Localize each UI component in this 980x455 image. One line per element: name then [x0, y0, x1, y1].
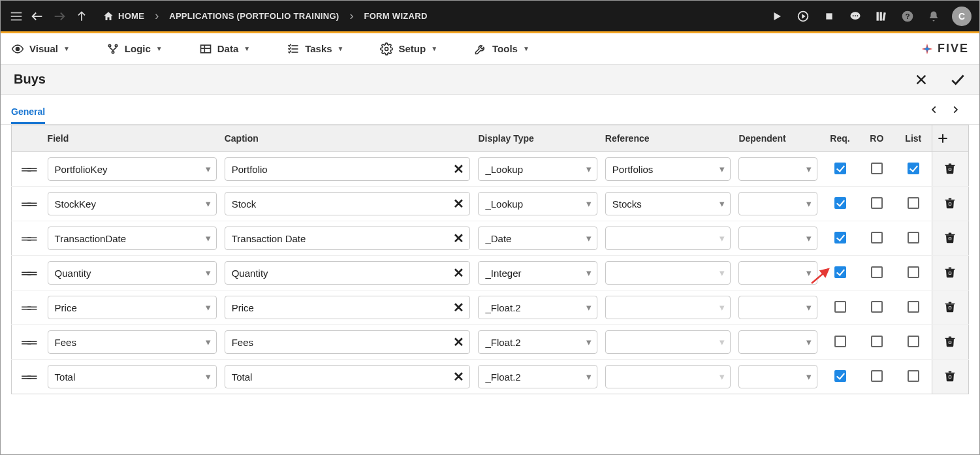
ro-checkbox[interactable] [871, 232, 883, 243]
caption-input[interactable]: Fees✕ [225, 330, 471, 354]
list-checkbox[interactable] [908, 197, 919, 209]
field-select[interactable]: Quantity▾ [48, 261, 217, 285]
clear-icon[interactable]: ✕ [453, 196, 464, 212]
ro-checkbox[interactable] [871, 370, 883, 382]
list-checkbox[interactable] [908, 163, 919, 174]
reference-select[interactable]: ▾ [605, 227, 731, 250]
reference-select[interactable]: Portfolios▾ [605, 157, 731, 181]
dependent-select[interactable]: ▾ [738, 192, 817, 215]
field-select[interactable]: StockKey▾ [48, 192, 217, 215]
caption-input[interactable]: Quantity✕ [225, 261, 471, 285]
ro-checkbox[interactable] [871, 163, 883, 174]
dependent-select[interactable]: ▾ [738, 330, 817, 354]
drag-handle-icon[interactable]: ══ [22, 335, 33, 349]
req-checkbox[interactable] [834, 266, 846, 278]
dependent-select[interactable]: ▾ [738, 227, 817, 250]
stop-icon[interactable] [821, 8, 837, 24]
display-type-select[interactable]: _Float.2▾ [478, 365, 597, 388]
menu-icon[interactable] [8, 8, 24, 24]
display-type-select[interactable]: _Lookup▾ [478, 157, 597, 181]
req-checkbox[interactable] [834, 163, 846, 174]
menu-setup[interactable]: Setup ▼ [380, 42, 437, 55]
menu-tools[interactable]: Tools ▼ [474, 42, 530, 55]
clear-icon[interactable]: ✕ [453, 369, 464, 384]
display-type-select[interactable]: _Integer▾ [478, 261, 597, 285]
req-checkbox[interactable] [834, 336, 846, 347]
breadcrumb-formwizard[interactable]: FORM WIZARD [364, 11, 427, 21]
delete-row-button[interactable] [944, 369, 956, 383]
drag-handle-icon[interactable]: ══ [22, 196, 33, 211]
display-type-select[interactable]: _Float.2▾ [478, 330, 597, 354]
list-checkbox[interactable] [908, 232, 919, 243]
delete-row-button[interactable] [944, 162, 956, 175]
drag-handle-icon[interactable]: ══ [22, 162, 33, 176]
menu-logic[interactable]: Logic ▼ [106, 42, 163, 55]
dependent-select[interactable]: ▾ [738, 157, 817, 181]
list-checkbox[interactable] [908, 336, 919, 347]
req-checkbox[interactable] [834, 232, 846, 243]
req-checkbox[interactable] [834, 301, 846, 313]
drag-handle-icon[interactable]: ══ [22, 231, 33, 245]
caption-input[interactable]: Portfolio✕ [225, 157, 471, 181]
deploy-icon[interactable] [795, 8, 811, 24]
page-prev-button[interactable] [930, 102, 939, 117]
delete-row-button[interactable] [944, 300, 956, 313]
dependent-select[interactable]: ▾ [738, 365, 817, 388]
list-checkbox[interactable] [908, 266, 919, 278]
nav-back-icon[interactable] [28, 7, 46, 25]
list-checkbox[interactable] [908, 301, 919, 313]
tab-general[interactable]: General [11, 101, 45, 124]
ro-checkbox[interactable] [871, 266, 883, 278]
close-button[interactable] [913, 71, 930, 88]
ro-checkbox[interactable] [871, 336, 883, 347]
delete-row-button[interactable] [944, 335, 956, 348]
library-icon[interactable] [874, 8, 889, 24]
ro-checkbox[interactable] [871, 197, 883, 209]
reference-select[interactable]: ▾ [605, 296, 731, 319]
caption-input[interactable]: Transaction Date✕ [225, 227, 471, 250]
drag-handle-icon[interactable]: ══ [22, 369, 33, 384]
reference-select[interactable]: ▾ [605, 261, 731, 285]
req-checkbox[interactable] [834, 370, 846, 382]
clear-icon[interactable]: ✕ [453, 300, 464, 315]
field-select[interactable]: Fees▾ [48, 330, 217, 354]
caption-input[interactable]: Price✕ [225, 296, 471, 319]
avatar[interactable]: C [952, 7, 972, 26]
clear-icon[interactable]: ✕ [453, 230, 464, 246]
reference-select[interactable]: ▾ [605, 330, 731, 354]
ro-checkbox[interactable] [871, 301, 883, 313]
display-type-select[interactable]: _Float.2▾ [478, 296, 597, 319]
delete-row-button[interactable] [944, 231, 956, 244]
reference-select[interactable]: Stocks▾ [605, 192, 731, 215]
add-row-button[interactable] [932, 125, 968, 152]
display-type-select[interactable]: _Lookup▾ [478, 192, 597, 215]
help-icon[interactable]: ? [900, 8, 915, 24]
drag-handle-icon[interactable]: ══ [22, 300, 33, 315]
save-button[interactable] [949, 71, 966, 88]
reference-select[interactable]: ▾ [605, 365, 731, 388]
field-select[interactable]: Price▾ [48, 296, 217, 319]
clear-icon[interactable]: ✕ [453, 265, 464, 281]
dependent-select[interactable]: ▾ [738, 261, 817, 285]
menu-data[interactable]: Data ▼ [199, 42, 250, 55]
bell-icon[interactable] [926, 8, 941, 24]
field-select[interactable]: Total▾ [48, 365, 217, 388]
chat-icon[interactable] [847, 8, 863, 24]
field-select[interactable]: PortfolioKey▾ [48, 157, 217, 181]
menu-tasks[interactable]: Tasks ▼ [287, 42, 343, 55]
breadcrumb-applications[interactable]: APPLICATIONS (PORTFOLIO TRAINING) [169, 11, 339, 21]
dependent-select[interactable]: ▾ [738, 296, 817, 319]
caption-input[interactable]: Stock✕ [225, 192, 471, 215]
clear-icon[interactable]: ✕ [453, 161, 464, 177]
delete-row-button[interactable] [944, 266, 956, 279]
clear-icon[interactable]: ✕ [453, 334, 464, 350]
display-type-select[interactable]: _Date▾ [478, 227, 597, 250]
req-checkbox[interactable] [834, 197, 846, 209]
field-select[interactable]: TransactionDate▾ [48, 227, 217, 250]
list-checkbox[interactable] [908, 370, 919, 382]
drag-handle-icon[interactable]: ══ [22, 266, 33, 280]
menu-visual[interactable]: Visual ▼ [11, 42, 70, 55]
nav-up-icon[interactable] [72, 7, 91, 25]
page-next-button[interactable] [951, 102, 960, 117]
caption-input[interactable]: Total✕ [225, 365, 471, 388]
